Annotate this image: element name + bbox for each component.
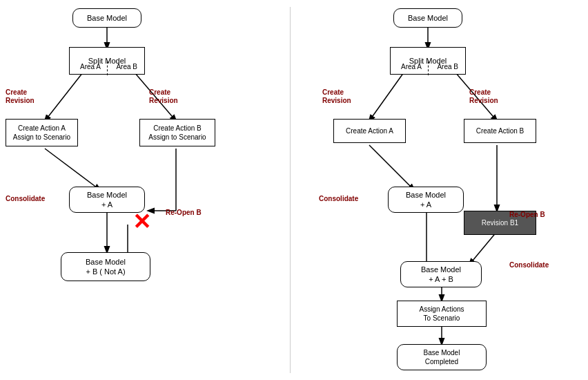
right-split-model: Split Model Area A Area B <box>390 47 466 75</box>
right-base-model: Base Model <box>393 8 462 28</box>
right-consolidate-right: Consolidate <box>509 261 549 269</box>
svg-line-1 <box>45 73 83 121</box>
svg-line-11 <box>369 145 414 190</box>
svg-line-9 <box>369 73 404 121</box>
left-reopen-b: Re-Open B <box>166 209 202 217</box>
left-create-revision-right: CreateRevision <box>149 88 178 105</box>
right-create-revision-left: CreateRevision <box>322 88 351 105</box>
right-create-action-b: Create Action B <box>464 119 536 143</box>
left-base-plus-b: Base Model+ B ( Not A) <box>61 252 150 281</box>
left-x-mark: ✕ <box>128 209 155 235</box>
left-split-model: Split Model Area A Area B <box>69 47 145 75</box>
left-base-model: Base Model <box>72 8 141 28</box>
diagram-container: Base Model Split Model Area A Area B Cre… <box>0 0 588 380</box>
right-assign-actions: Assign ActionsTo Scenario <box>397 301 487 327</box>
right-consolidate-left: Consolidate <box>319 195 358 203</box>
divider <box>290 7 291 373</box>
svg-line-14 <box>469 231 497 265</box>
left-create-revision-left: CreateRevision <box>6 88 35 105</box>
right-create-revision-right: CreateRevision <box>469 88 498 105</box>
right-create-action-a: Create Action A <box>333 119 406 143</box>
right-base-completed: Base ModelCompleted <box>397 344 487 370</box>
right-reopen-b: Re-Open B <box>509 211 545 219</box>
left-create-action-a: Create Action AAssign to Scenario <box>6 119 78 146</box>
left-consolidate: Consolidate <box>6 195 45 203</box>
right-base-plus-ab: Base Model+ A + B <box>400 261 482 287</box>
svg-line-3 <box>45 149 100 190</box>
left-create-action-b: Create Action BAssign to Scenario <box>139 119 215 146</box>
right-base-plus-a: Base Model+ A <box>388 187 464 213</box>
